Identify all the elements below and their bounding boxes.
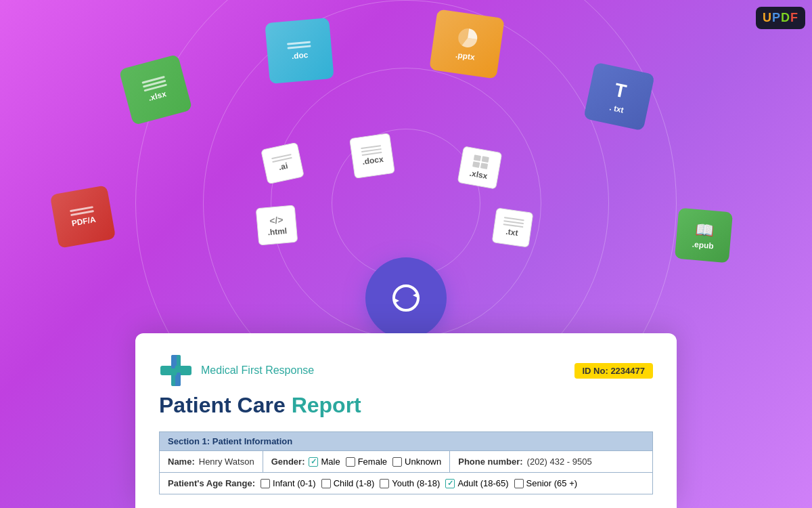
checkbox-unknown xyxy=(392,457,402,467)
svg-rect-5 xyxy=(171,355,175,368)
checkbox-infant xyxy=(261,479,270,488)
age-infant-label: Infant (0-1) xyxy=(273,478,316,488)
logo-d: D xyxy=(781,11,790,24)
checkbox-adult: ✓ xyxy=(445,479,455,488)
checkbox-female xyxy=(346,457,355,467)
svg-marker-2 xyxy=(394,298,399,303)
checkbox-senior xyxy=(514,479,524,488)
svg-marker-1 xyxy=(413,293,418,298)
svg-rect-8 xyxy=(177,373,181,386)
svg-rect-4 xyxy=(160,366,191,375)
svg-rect-7 xyxy=(171,373,175,386)
id-badge: ID No: 2234477 xyxy=(574,363,654,379)
sync-button[interactable] xyxy=(365,257,447,339)
phone-cell: Phone number: (202) 432 - 9505 xyxy=(450,451,652,472)
doc-header: Medical First Response ID No: 2234477 xyxy=(159,354,653,387)
age-child: Child (1-8) xyxy=(321,478,375,488)
doc-title: Patient Care Report xyxy=(159,393,653,418)
file-icon-epub: 📖 .epub xyxy=(675,208,733,263)
medical-cross-icon xyxy=(159,354,193,387)
org-name: Medical First Response xyxy=(201,364,314,377)
age-child-label: Child (1-8) xyxy=(334,478,375,488)
gender-checkboxes: ✓ Male Female Unknown xyxy=(309,457,441,467)
file-icon-html-small: </> .html xyxy=(256,205,298,246)
gender-male: ✓ Male xyxy=(309,457,340,467)
checkbox-male: ✓ xyxy=(309,457,318,467)
file-icon-pptx: .pptx xyxy=(429,9,505,79)
svg-rect-6 xyxy=(177,355,181,368)
file-icon-pdfa: PDF/A xyxy=(50,185,116,249)
gender-cell: Gender: ✓ Male Female Unknown xyxy=(263,451,450,472)
gender-label: Gender: xyxy=(271,457,305,467)
gender-female-label: Female xyxy=(358,457,387,467)
file-icon-txt-small: .txt xyxy=(492,207,534,247)
age-senior: Senior (65 +) xyxy=(514,478,578,488)
phone-label: Phone number: xyxy=(458,457,522,467)
logo-p: P xyxy=(772,11,781,24)
updf-logo: UPDF xyxy=(756,7,805,29)
file-icon-txt: T . txt xyxy=(583,62,655,131)
gender-female: Female xyxy=(346,457,387,467)
document-preview: Medical First Response ID No: 2234477 Pa… xyxy=(135,333,677,508)
age-senior-label: Senior (65 +) xyxy=(526,478,578,488)
name-cell: Name: Henry Watson xyxy=(160,451,263,472)
doc-title-patient: Patient Care xyxy=(159,393,292,417)
sync-icon xyxy=(386,278,426,318)
file-icon-xlsx-small: .xlsx xyxy=(457,146,503,189)
age-label: Patient's Age Range: xyxy=(168,478,255,488)
section1-header: Section 1: Patient Information xyxy=(159,431,653,451)
file-icon-docx-small: .docx xyxy=(349,133,395,179)
name-label: Name: xyxy=(168,457,195,467)
patient-info-row: Name: Henry Watson Gender: ✓ Male Female… xyxy=(159,451,653,473)
age-range-row: Patient's Age Range: Infant (0-1) Child … xyxy=(159,473,653,494)
name-value: Henry Watson xyxy=(199,457,254,467)
gender-unknown: Unknown xyxy=(392,457,441,467)
age-youth: Youth (8-18) xyxy=(380,478,440,488)
age-adult: ✓ Adult (18-65) xyxy=(445,478,508,488)
checkbox-child xyxy=(321,479,331,488)
age-adult-label: Adult (18-65) xyxy=(457,478,508,488)
logo-f: F xyxy=(790,11,798,24)
doc-logo: Medical First Response xyxy=(159,354,314,387)
file-icon-doc: .doc xyxy=(265,18,334,84)
age-youth-label: Youth (8-18) xyxy=(392,478,440,488)
gender-male-label: Male xyxy=(321,457,340,467)
age-infant: Infant (0-1) xyxy=(261,478,316,488)
phone-value: (202) 432 - 9505 xyxy=(527,457,592,467)
checkbox-youth xyxy=(380,479,389,488)
age-checkboxes: Infant (0-1) Child (1-8) Youth (8-18) ✓ … xyxy=(261,478,577,488)
logo-u: U xyxy=(763,11,772,24)
gender-unknown-label: Unknown xyxy=(405,457,441,467)
doc-title-report: Report xyxy=(292,393,361,417)
